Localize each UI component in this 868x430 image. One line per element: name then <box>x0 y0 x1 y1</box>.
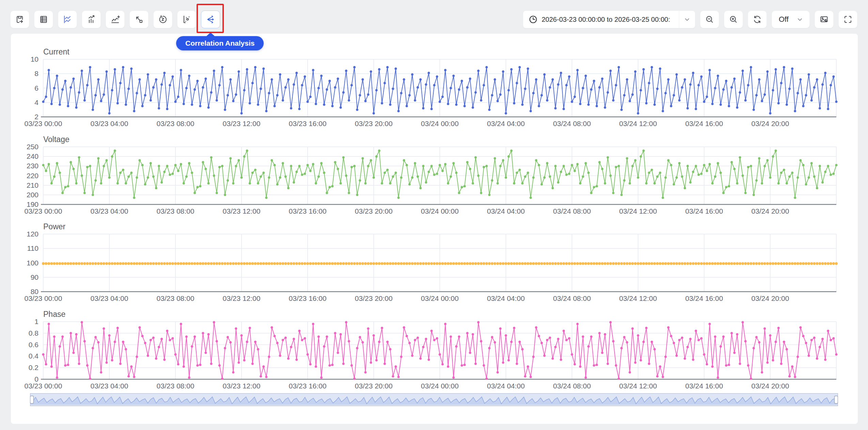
svg-text:03/24 08:00: 03/24 08:00 <box>553 382 591 390</box>
datetime-range-dropdown[interactable] <box>679 11 695 28</box>
toolbar-left <box>10 11 220 28</box>
resize-button[interactable] <box>129 11 149 28</box>
svg-text:03/24 16:00: 03/24 16:00 <box>685 120 723 127</box>
save-export-icon <box>15 14 25 25</box>
svg-text:03/24 08:00: 03/24 08:00 <box>553 294 591 302</box>
chart-title-current: Current <box>43 47 69 56</box>
svg-text:03/24 00:00: 03/24 00:00 <box>421 120 459 127</box>
svg-text:03/24 20:00: 03/24 20:00 <box>751 120 789 127</box>
svg-text:100: 100 <box>27 259 38 267</box>
chart-title-phase: Phase <box>43 310 65 319</box>
svg-text:03/23 20:00: 03/23 20:00 <box>355 294 393 302</box>
svg-text:4: 4 <box>34 98 38 106</box>
svg-text:6: 6 <box>34 84 38 92</box>
svg-text:0.2: 0.2 <box>29 364 38 371</box>
table-icon <box>38 14 49 25</box>
svg-text:03/23 04:00: 03/23 04:00 <box>91 120 128 127</box>
voltage-chart[interactable]: 19020021022023024025003/23 00:0003/23 04… <box>0 132 868 219</box>
svg-text:03/23 12:00: 03/23 12:00 <box>223 382 261 390</box>
svg-text:03/24 04:00: 03/24 04:00 <box>487 207 525 215</box>
line-chart-icon <box>62 14 73 25</box>
svg-text:230: 230 <box>27 162 38 170</box>
toolbar-right: 2026-03-23 00:00:00 to 2026-03-25 00:00:… <box>523 11 857 28</box>
svg-text:03/24 00:00: 03/24 00:00 <box>421 382 459 390</box>
power-chart[interactable]: 809010011012003/23 00:0003/23 04:0003/23… <box>0 219 868 307</box>
correlation-tooltip-label: Correlation Analysis <box>185 39 254 47</box>
svg-text:03/24 20:00: 03/24 20:00 <box>751 207 789 215</box>
datetime-range-picker[interactable]: 2026-03-23 00:00:00 to 2026-03-25 00:00: <box>523 11 695 28</box>
svg-text:03/24 16:00: 03/24 16:00 <box>685 207 723 215</box>
svg-text:0.8: 0.8 <box>29 329 38 337</box>
datazoom-slider[interactable] <box>30 393 838 406</box>
chart-title-power: Power <box>43 222 66 231</box>
svg-text:03/23 12:00: 03/23 12:00 <box>223 294 261 302</box>
svg-text:03/23 16:00: 03/23 16:00 <box>289 207 327 215</box>
correlation-analysis-button[interactable] <box>201 11 220 28</box>
zoom-out-icon <box>704 14 715 25</box>
table-view-button[interactable] <box>34 11 53 28</box>
slider-right-handle[interactable] <box>835 396 838 403</box>
auto-refresh-value: Off <box>779 15 789 24</box>
auto-refresh-select[interactable]: Off <box>772 11 810 28</box>
svg-text:03/23 16:00: 03/23 16:00 <box>289 294 327 302</box>
scatter-chart-button[interactable] <box>177 11 196 28</box>
svg-text:03/24 00:00: 03/24 00:00 <box>421 294 459 302</box>
svg-text:03/24 16:00: 03/24 16:00 <box>685 294 723 302</box>
bar-chart-icon <box>86 14 96 25</box>
svg-text:8: 8 <box>34 70 38 77</box>
svg-text:03/23 00:00: 03/23 00:00 <box>25 294 62 302</box>
export-image-icon <box>819 14 829 25</box>
fullscreen-button[interactable] <box>838 11 857 28</box>
line-chart-view-button[interactable] <box>58 11 77 28</box>
scatter-chart-icon <box>182 14 192 25</box>
export-image-button[interactable] <box>815 11 834 28</box>
svg-text:210: 210 <box>27 181 38 189</box>
current-chart[interactable]: 24681003/23 00:0003/23 04:0003/23 08:000… <box>0 44 868 132</box>
svg-text:03/23 16:00: 03/23 16:00 <box>289 382 327 390</box>
datazoom-slider-svg[interactable] <box>30 393 838 406</box>
svg-text:03/23 00:00: 03/23 00:00 <box>25 207 62 215</box>
svg-text:03/23 20:00: 03/23 20:00 <box>355 207 393 215</box>
svg-text:03/24 12:00: 03/24 12:00 <box>619 294 657 302</box>
history-button[interactable] <box>153 11 172 28</box>
svg-text:03/24 04:00: 03/24 04:00 <box>487 294 525 302</box>
svg-text:03/23 00:00: 03/23 00:00 <box>25 120 62 127</box>
svg-text:03/23 08:00: 03/23 08:00 <box>157 294 195 302</box>
correlation-tooltip: Correlation Analysis <box>176 36 264 50</box>
svg-text:03/24 08:00: 03/24 08:00 <box>553 207 591 215</box>
zoom-out-button[interactable] <box>700 11 719 28</box>
zoom-in-icon <box>728 14 739 25</box>
refresh-icon <box>752 14 762 25</box>
svg-text:03/23 08:00: 03/23 08:00 <box>157 120 195 127</box>
resize-icon <box>134 14 144 25</box>
svg-text:03/23 00:00: 03/23 00:00 <box>25 382 62 390</box>
svg-text:110: 110 <box>27 244 38 252</box>
svg-text:03/23 04:00: 03/23 04:00 <box>91 294 128 302</box>
svg-text:03/24 08:00: 03/24 08:00 <box>553 120 591 127</box>
add-line-chart-icon <box>110 14 120 25</box>
svg-text:03/23 12:00: 03/23 12:00 <box>223 120 261 127</box>
svg-text:03/24 16:00: 03/24 16:00 <box>685 382 723 390</box>
svg-text:03/23 04:00: 03/23 04:00 <box>91 207 128 215</box>
svg-text:0.4: 0.4 <box>29 352 39 360</box>
bar-chart-view-button[interactable] <box>82 11 101 28</box>
add-line-chart-button[interactable] <box>106 11 125 28</box>
svg-text:03/23 08:00: 03/23 08:00 <box>157 382 195 390</box>
svg-text:03/24 04:00: 03/24 04:00 <box>487 382 525 390</box>
svg-text:90: 90 <box>31 273 38 281</box>
history-icon <box>158 14 168 25</box>
svg-text:120: 120 <box>27 230 38 238</box>
svg-text:200: 200 <box>27 190 38 198</box>
svg-text:1: 1 <box>34 318 38 325</box>
svg-text:03/24 20:00: 03/24 20:00 <box>751 382 789 390</box>
refresh-button[interactable] <box>748 11 767 28</box>
slider-left-handle[interactable] <box>30 396 34 403</box>
svg-text:03/24 20:00: 03/24 20:00 <box>751 294 789 302</box>
correlation-icon <box>205 14 216 25</box>
datetime-range-main[interactable]: 2026-03-23 00:00:00 to 2026-03-25 00:00: <box>523 15 679 24</box>
phase-chart[interactable]: 00.20.40.60.8103/23 00:0003/23 04:0003/2… <box>0 307 868 394</box>
zoom-in-button[interactable] <box>724 11 743 28</box>
svg-text:03/23 20:00: 03/23 20:00 <box>355 382 393 390</box>
save-export-button[interactable] <box>10 11 29 28</box>
svg-text:03/24 12:00: 03/24 12:00 <box>619 120 657 127</box>
